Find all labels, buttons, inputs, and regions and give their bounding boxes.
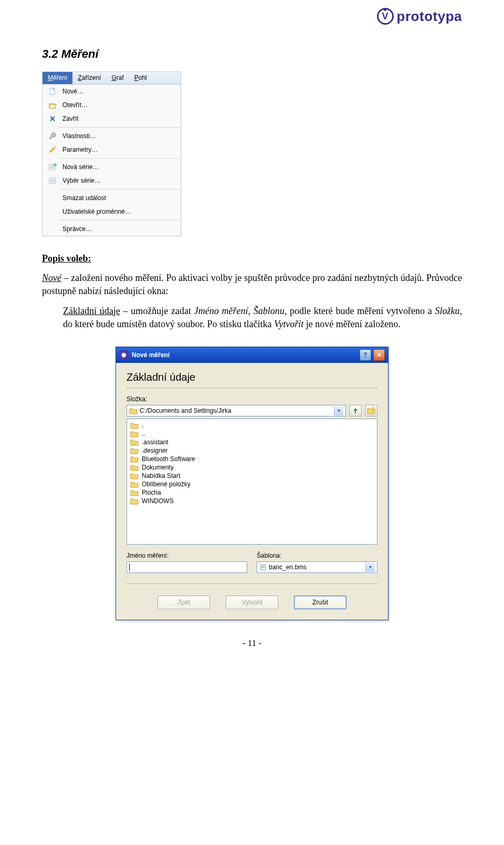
create-button[interactable]: Vytvořit — [226, 596, 278, 609]
dialog-app-icon: ◉ — [119, 350, 129, 360]
menubar-item-mereni[interactable]: Měření — [43, 72, 72, 84]
list-item[interactable]: Dokumenty — [130, 463, 374, 472]
section-heading: 3.2 Měření — [42, 47, 462, 61]
new-folder-button[interactable] — [365, 405, 377, 416]
menu-item[interactable]: Vlastnosti… — [43, 129, 181, 143]
list-item-label: WINDOWS — [142, 497, 174, 505]
list-icon — [47, 176, 58, 185]
menu-item[interactable]: Uživatelské proměnné… — [43, 205, 181, 218]
folder-path-combo[interactable]: C:/Documents and Settings/Jirka ▾ — [127, 405, 346, 416]
menu-item-label: Správce… — [62, 225, 92, 233]
folder-up-button[interactable] — [349, 405, 362, 416]
dialog-divider — [127, 583, 377, 584]
wrench-icon — [47, 131, 58, 141]
menu-item-label: Zavřít — [62, 115, 79, 122]
brand-name: prototypa — [397, 8, 462, 25]
list-add-icon — [47, 162, 58, 172]
dialog-section-heading: Základní údaje — [127, 371, 377, 383]
menu-item-label: Parametry… — [62, 146, 98, 153]
cancel-button[interactable]: Zrušit — [294, 596, 346, 609]
list-item[interactable]: Plocha — [130, 488, 374, 497]
menubar-item-pohl[interactable]: Pohl — [129, 72, 152, 84]
menu-separator — [58, 127, 181, 128]
list-item-label: Plocha — [142, 489, 161, 496]
document-icon — [47, 87, 58, 96]
para1-rest: – založení nového měření. Po aktivaci vo… — [42, 273, 462, 296]
dialog-nove-mereni: ◉ Nové měření ? ✕ Základní údaje Složka:… — [116, 347, 388, 620]
em-slozku: Složku — [435, 306, 460, 316]
menubar: Měření Zařízení Graf Pohl — [43, 72, 181, 85]
list-item-label: Bluetooth Software — [142, 455, 195, 463]
blank-icon — [47, 193, 58, 203]
list-item[interactable]: .designer — [130, 446, 374, 455]
menu-item[interactable]: Nové… — [43, 85, 181, 98]
list-item-label: Nabídka Start — [142, 472, 180, 479]
template-file-icon — [259, 564, 267, 571]
folder-path-value: C:/Documents and Settings/Jirka — [140, 407, 232, 414]
menu-item[interactable]: Parametry… — [43, 143, 181, 157]
term-nove: Nové — [42, 273, 61, 283]
svg-rect-6 — [261, 566, 265, 567]
em-vytvorit: Vytvořit — [274, 319, 303, 329]
menu-item[interactable]: Smazat událost — [43, 191, 181, 205]
name-input[interactable] — [127, 561, 247, 573]
em-sablonu: Šablonu, — [254, 306, 287, 316]
folder-icon — [130, 455, 139, 463]
dialog-close-button[interactable]: ✕ — [373, 349, 385, 361]
brand-mark-icon: V — [377, 8, 394, 25]
list-item[interactable]: . — [130, 421, 374, 430]
dialog-titlebar: ◉ Nové měření ? ✕ — [116, 347, 388, 363]
list-item[interactable]: WINDOWS — [130, 497, 374, 505]
list-item-label: .assistant — [142, 439, 169, 446]
menu-item[interactable]: Otevřít… — [43, 98, 181, 112]
folder-listbox[interactable]: ....assistant.designerBluetooth Software… — [127, 419, 377, 545]
popis-voleb-heading: Popis voleb: — [42, 252, 462, 265]
folder-icon — [130, 497, 139, 505]
term-zakladni-udaje: Základní údaje — [63, 306, 120, 316]
paragraph-nove: Nové – založení nového měření. Po aktiva… — [42, 272, 462, 298]
list-item[interactable]: Nabídka Start — [130, 472, 374, 480]
chevron-down-icon: ▾ — [334, 406, 343, 415]
menu-item[interactable]: Výběr série… — [43, 174, 181, 187]
menu-item[interactable]: Nová série… — [43, 160, 181, 174]
folder-icon — [130, 430, 139, 437]
folder-icon — [130, 472, 139, 479]
menu-item-label: Vlastnosti… — [62, 132, 96, 140]
menubar-item-graf[interactable]: Graf — [106, 72, 129, 84]
svg-point-2 — [54, 163, 57, 166]
folder-icon — [130, 447, 139, 454]
open-folder-icon — [47, 100, 58, 110]
list-item-label: .designer — [142, 447, 167, 454]
menubar-item-zarizeni[interactable]: Zařízení — [72, 72, 106, 84]
blank-icon — [47, 207, 58, 216]
template-label: Šablona: — [257, 552, 377, 559]
dialog-divider — [127, 388, 377, 388]
back-button[interactable]: Zpět — [158, 596, 210, 609]
list-item[interactable]: .assistant — [130, 438, 374, 446]
name-label: Jméno měření: — [127, 552, 247, 559]
menu-item[interactable]: Správce… — [43, 222, 181, 236]
list-item[interactable]: Oblíbené položky — [130, 480, 374, 488]
menu-item[interactable]: Zavřít — [43, 112, 181, 126]
menu-item-label: Uživatelské proměnné… — [62, 208, 131, 215]
folder-icon — [130, 489, 139, 496]
template-combo[interactable]: banc_en.bms ▾ — [257, 561, 377, 573]
list-item[interactable]: .. — [130, 430, 374, 438]
text-caret-icon — [129, 564, 130, 571]
dialog-help-button[interactable]: ? — [360, 349, 371, 361]
brand-logo: V prototypa — [377, 8, 462, 25]
close-x-icon — [47, 114, 58, 123]
menu-item-label: Nové… — [62, 88, 83, 95]
menu-item-label: Nová série… — [62, 163, 99, 171]
list-item[interactable]: Bluetooth Software — [130, 455, 374, 463]
svg-point-4 — [372, 408, 375, 411]
new-folder-icon — [367, 407, 375, 414]
chevron-down-icon: ▾ — [365, 562, 375, 572]
arrow-up-icon — [352, 407, 359, 414]
paragraph-zakladni-udaje: Základní údaje – umožňuje zadat Jméno mě… — [63, 305, 462, 331]
em-jmeno: Jméno měření — [194, 306, 248, 316]
folder-icon — [129, 407, 138, 414]
template-value: banc_en.bms — [269, 564, 307, 571]
page-number: - 11 - — [42, 638, 462, 649]
menu-separator — [58, 158, 181, 159]
